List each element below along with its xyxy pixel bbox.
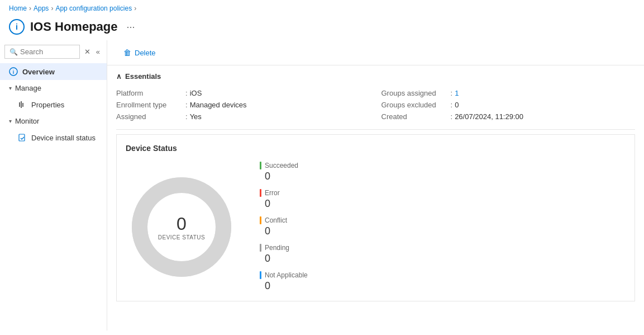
sidebar-group-monitor[interactable]: ▾ Monitor — [0, 113, 107, 129]
donut-number: 0 — [158, 214, 205, 234]
legend: Succeeded 0 Error 0 Conflict 0 Pending 0… — [260, 162, 308, 292]
sidebar-item-overview-label: Overview — [22, 68, 55, 76]
legend-label: Conflict — [265, 216, 287, 224]
page-title: IOS Homepage — [30, 20, 117, 34]
legend-label: Error — [265, 189, 280, 197]
legend-label: Pending — [265, 244, 289, 252]
svg-rect-2 — [19, 102, 20, 107]
more-options-button[interactable]: ··· — [123, 20, 138, 34]
sidebar-item-properties[interactable]: Properties — [0, 96, 107, 113]
donut-center: 0 DEVICE STATUS — [158, 214, 205, 240]
search-collapse-button[interactable]: « — [94, 46, 102, 57]
page-icon: i — [9, 19, 25, 35]
groups-excluded-value: 0 — [455, 101, 459, 109]
legend-bar — [260, 244, 261, 252]
essentials-column-right: Groups assigned : 1 Groups excluded : 0 … — [381, 87, 636, 122]
search-container: 🔍 ✕ « — [0, 40, 107, 63]
sidebar-item-properties-label: Properties — [31, 101, 64, 109]
legend-label: Succeeded — [265, 162, 298, 169]
essentials-groups-excluded-row: Groups excluded : 0 — [381, 99, 636, 111]
manage-chevron: ▾ — [9, 85, 12, 91]
legend-item-conflict: Conflict 0 — [260, 216, 308, 237]
legend-item-error: Error 0 — [260, 189, 308, 210]
essentials-groups-assigned-row: Groups assigned : 1 — [381, 87, 636, 99]
overview-icon: i — [9, 67, 18, 76]
toolbar: 🗑 Delete — [107, 40, 644, 65]
essentials-title: Essentials — [125, 72, 161, 81]
legend-label: Not Applicable — [265, 271, 308, 279]
legend-label-row: Succeeded — [260, 162, 308, 169]
donut-label: DEVICE STATUS — [158, 234, 205, 240]
sidebar: 🔍 ✕ « i Overview ▾ Manage — [0, 40, 107, 331]
breadcrumb-home[interactable]: Home — [9, 4, 27, 12]
legend-value: 0 — [260, 171, 308, 182]
search-box: 🔍 — [4, 45, 80, 59]
legend-item-succeeded: Succeeded 0 — [260, 162, 308, 182]
assigned-value: Yes — [190, 112, 202, 121]
delete-button[interactable]: 🗑 Delete — [116, 45, 163, 60]
essentials-column-left: Platform : iOS Enrollment type : Managed… — [116, 87, 370, 122]
essentials-section: ∧ Essentials Platform : iOS Enrollment t… — [107, 65, 644, 129]
search-clear-button[interactable]: ✕ — [82, 46, 93, 57]
svg-text:i: i — [13, 69, 15, 75]
content-area: 🗑 Delete ∧ Essentials Platform : iOS — [107, 40, 644, 331]
sidebar-item-overview[interactable]: i Overview — [0, 63, 107, 80]
breadcrumb: Home › Apps › App configuration policies… — [0, 0, 644, 17]
donut-chart: 0 DEVICE STATUS — [126, 171, 237, 283]
essentials-chevron: ∧ — [116, 72, 122, 81]
legend-bar — [260, 216, 261, 224]
delete-icon: 🗑 — [123, 48, 131, 57]
enrollment-value: Managed devices — [190, 101, 247, 109]
groups-assigned-value[interactable]: 1 — [455, 89, 459, 97]
delete-label: Delete — [135, 49, 156, 57]
groups-assigned-label: Groups assigned — [381, 89, 449, 97]
legend-label-row: Error — [260, 189, 308, 197]
essentials-grid: Platform : iOS Enrollment type : Managed… — [116, 87, 635, 122]
groups-excluded-label: Groups excluded — [381, 101, 449, 109]
created-value: 26/07/2024, 11:29:00 — [455, 112, 523, 121]
svg-rect-3 — [21, 101, 22, 108]
legend-bar — [260, 162, 261, 169]
legend-label-row: Conflict — [260, 216, 308, 224]
legend-label-row: Not Applicable — [260, 271, 308, 279]
device-status-card: Device Status 0 DEVICE STATUS — [116, 134, 635, 301]
assigned-label: Assigned — [116, 112, 183, 121]
sidebar-item-device-install-label: Device install status — [31, 134, 96, 142]
enrollment-label: Enrollment type — [116, 101, 183, 109]
created-label: Created — [381, 112, 449, 121]
main-layout: 🔍 ✕ « i Overview ▾ Manage — [0, 40, 644, 331]
properties-icon — [18, 100, 27, 109]
search-icon: 🔍 — [9, 48, 18, 56]
search-input[interactable] — [20, 48, 75, 56]
essentials-platform-row: Platform : iOS — [116, 87, 370, 99]
platform-value: iOS — [190, 89, 202, 97]
monitor-label: Monitor — [15, 117, 39, 125]
legend-value: 0 — [260, 280, 308, 292]
page-header: i IOS Homepage ··· — [0, 17, 644, 40]
legend-item-not-applicable: Not Applicable 0 — [260, 271, 308, 292]
legend-bar — [260, 189, 261, 197]
legend-bar — [260, 271, 261, 279]
essentials-created-row: Created : 26/07/2024, 11:29:00 — [381, 111, 636, 122]
breadcrumb-app-config[interactable]: App configuration policies — [55, 4, 132, 12]
monitor-chevron: ▾ — [9, 118, 12, 124]
divider — [116, 129, 635, 130]
legend-item-pending: Pending 0 — [260, 244, 308, 265]
breadcrumb-apps[interactable]: Apps — [34, 4, 49, 12]
manage-label: Manage — [15, 84, 41, 92]
search-actions: ✕ « — [82, 46, 102, 57]
device-status-content: 0 DEVICE STATUS Succeeded 0 Error 0 Conf… — [126, 162, 626, 292]
sidebar-nav: i Overview ▾ Manage Properties — [0, 63, 107, 146]
legend-label-row: Pending — [260, 244, 308, 252]
device-install-icon — [18, 133, 27, 142]
legend-value: 0 — [260, 225, 308, 237]
sidebar-group-manage[interactable]: ▾ Manage — [0, 80, 107, 96]
essentials-header[interactable]: ∧ Essentials — [116, 72, 635, 81]
sidebar-item-device-install-status[interactable]: Device install status — [0, 129, 107, 146]
legend-value: 0 — [260, 253, 308, 265]
legend-value: 0 — [260, 198, 308, 210]
essentials-enrollment-row: Enrollment type : Managed devices — [116, 99, 370, 111]
device-status-title: Device Status — [126, 144, 626, 153]
platform-label: Platform — [116, 89, 183, 97]
svg-rect-4 — [22, 103, 23, 107]
